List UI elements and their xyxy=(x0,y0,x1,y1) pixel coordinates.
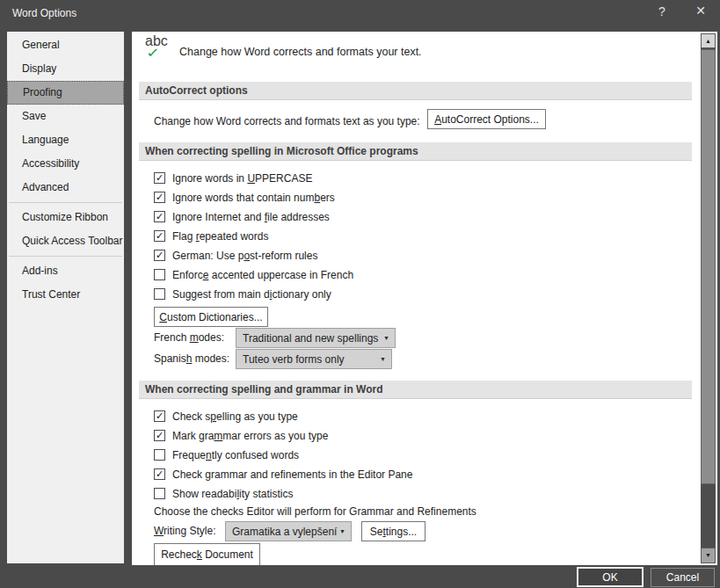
settings-button[interactable]: Settings... xyxy=(361,521,425,541)
french-modes-label: French modes: xyxy=(154,330,224,345)
section-header-autocorrect: AutoCorrect options xyxy=(139,82,692,100)
chevron-down-icon: ▼ xyxy=(380,356,391,362)
word-options-dialog: Word Options ? ✕ General Display Proofin… xyxy=(0,0,720,588)
check-row-check-spelling[interactable]: ✓ Check spelling as you type xyxy=(154,409,298,424)
section-header-spelling-office: When correcting spelling in Microsoft Of… xyxy=(139,142,692,161)
editor-checks-note: Choose the checks Editor will perform fo… xyxy=(154,505,476,519)
check-row-french-uppercase[interactable]: Enforce accented uppercase in French xyxy=(154,267,353,282)
cancel-button[interactable]: Cancel xyxy=(651,568,715,587)
checkbox-label: Suggest from main dictionary only xyxy=(172,288,331,301)
checkbox[interactable] xyxy=(154,488,165,499)
checkbox[interactable]: ✓ xyxy=(154,250,165,261)
check-row-frequently-confused[interactable]: Frequently confused words xyxy=(154,447,299,462)
scrollbar[interactable]: ▲ ▼ xyxy=(701,33,716,563)
autocorrect-options-button[interactable]: AutoCorrect Options... xyxy=(427,109,546,129)
recheck-document-button[interactable]: Recheck Document xyxy=(154,543,260,565)
checkbox-label: Ignore words in UPPERCASE xyxy=(172,172,312,185)
chevron-down-icon: ▼ xyxy=(339,528,351,534)
check-row-main-dictionary[interactable]: Suggest from main dictionary only xyxy=(154,287,331,301)
writing-style-label: Writing Style: xyxy=(154,524,215,539)
check-row-ignore-uppercase[interactable]: ✓ Ignore words in UPPERCASE xyxy=(154,171,312,185)
sidebar-item-trust-center[interactable]: Trust Center xyxy=(7,283,124,307)
checkbox[interactable] xyxy=(154,288,165,300)
sidebar-item-proofing[interactable]: Proofing xyxy=(7,81,124,105)
checkbox-label: German: Use post-reform rules xyxy=(172,250,317,262)
sidebar-item-advanced[interactable]: Advanced xyxy=(7,176,124,200)
checkbox[interactable]: ✓ xyxy=(154,211,165,222)
checkbox[interactable]: ✓ xyxy=(154,172,165,184)
custom-dictionaries-button[interactable]: Custom Dictionaries... xyxy=(154,307,268,327)
window-title: Word Options xyxy=(12,7,76,19)
checkbox[interactable] xyxy=(154,269,165,280)
checkbox-label: Flag repeated words xyxy=(172,230,268,243)
check-row-editor-pane[interactable]: ✓ Check grammar and refinements in the E… xyxy=(154,467,412,482)
checkbox-label: Mark grammar errors as you type xyxy=(172,430,328,442)
writing-style-dropdown[interactable]: Gramatika a vylepšení ▼ xyxy=(225,521,352,541)
proofing-panel: abc ✓ Change how Word corrects and forma… xyxy=(132,32,717,565)
green-check-icon: ✓ xyxy=(146,45,160,61)
checkbox-label: Check spelling as you type xyxy=(172,410,298,423)
checkbox[interactable]: ✓ xyxy=(154,410,165,422)
abc-spellcheck-icon: abc ✓ xyxy=(145,33,180,65)
ok-button[interactable]: OK xyxy=(577,567,644,587)
checkbox[interactable]: ✓ xyxy=(154,192,165,203)
spanish-modes-label: Spanish modes: xyxy=(154,352,229,367)
check-row-german-postreform[interactable]: ✓ German: Use post-reform rules xyxy=(154,248,317,263)
checkbox[interactable]: ✓ xyxy=(154,468,165,480)
check-row-ignore-internet[interactable]: ✓ Ignore Internet and file addresses xyxy=(154,209,330,224)
check-row-mark-grammar[interactable]: ✓ Mark grammar errors as you type xyxy=(154,428,328,443)
checkbox[interactable] xyxy=(154,449,165,461)
sidebar-item-accessibility[interactable]: Accessibility xyxy=(7,152,124,176)
sidebar-separator xyxy=(9,256,122,257)
checkbox[interactable]: ✓ xyxy=(154,230,165,242)
section-header-grammar-word: When correcting spelling and grammar in … xyxy=(139,381,692,399)
autocorrect-row-label: Change how Word corrects and formats tex… xyxy=(154,114,420,129)
sidebar-item-quick-access-toolbar[interactable]: Quick Access Toolbar xyxy=(7,229,124,253)
checkbox-label: Ignore Internet and file addresses xyxy=(172,211,330,223)
sidebar-item-language[interactable]: Language xyxy=(7,128,124,152)
check-row-flag-repeated[interactable]: ✓ Flag repeated words xyxy=(154,229,268,243)
sidebar: General Display Proofing Save Language A… xyxy=(7,32,124,563)
checkbox-label: Ignore words that contain numbers xyxy=(172,192,335,204)
checkbox-label: Enforce accented uppercase in French xyxy=(172,269,353,281)
checkbox-label: Show readability statistics xyxy=(172,488,293,500)
chevron-down-icon: ▼ xyxy=(383,335,395,341)
sidebar-item-customize-ribbon[interactable]: Customize Ribbon xyxy=(7,206,124,229)
panel-description: Change how Word corrects and formats you… xyxy=(179,46,422,58)
sidebar-separator xyxy=(9,202,122,203)
spanish-modes-dropdown[interactable]: Tuteo verb forms only ▼ xyxy=(236,349,392,369)
scroll-up-icon[interactable]: ▲ xyxy=(701,33,716,48)
scroll-down-icon[interactable]: ▼ xyxy=(701,548,716,563)
sidebar-item-display[interactable]: Display xyxy=(7,57,124,81)
help-icon[interactable]: ? xyxy=(652,4,672,18)
checkbox[interactable]: ✓ xyxy=(154,430,165,441)
sidebar-item-add-ins[interactable]: Add-ins xyxy=(7,259,124,283)
check-row-ignore-numbers[interactable]: ✓ Ignore words that contain numbers xyxy=(154,190,335,205)
close-icon[interactable]: ✕ xyxy=(691,4,710,18)
sidebar-item-save[interactable]: Save xyxy=(7,105,124,128)
checkbox-label: Check grammar and refinements in the Edi… xyxy=(172,468,412,481)
sidebar-item-general[interactable]: General xyxy=(7,33,124,57)
french-modes-dropdown[interactable]: Traditional and new spellings ▼ xyxy=(236,328,396,348)
checkbox-label: Frequently confused words xyxy=(172,449,299,461)
check-row-readability-statistics[interactable]: Show readability statistics xyxy=(154,486,293,501)
scrollbar-thumb[interactable] xyxy=(701,49,716,484)
